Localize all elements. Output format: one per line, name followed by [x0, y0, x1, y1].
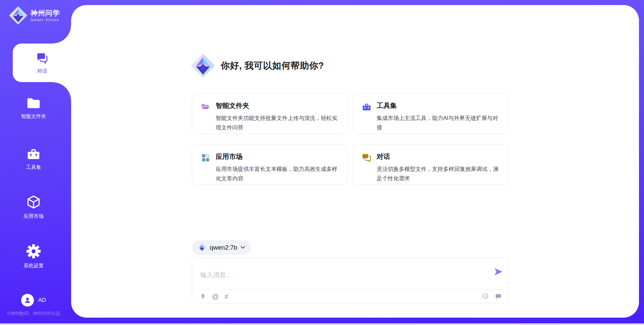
- attach-file-button[interactable]: [200, 293, 206, 300]
- chat-bubbles-icon: [362, 153, 371, 177]
- toolbox-icon: [362, 102, 371, 126]
- card-smart-folders[interactable]: 智能文件夹 智能文件夹功能支持批量文件上传与清洗，轻松实现文件问答: [192, 93, 347, 134]
- chat-bubble-filled-icon: [495, 293, 502, 300]
- cube-icon: [26, 195, 41, 209]
- model-name: qwen2:7b: [210, 244, 237, 251]
- user-profile[interactable]: AD: [0, 294, 67, 307]
- card-app-market[interactable]: 应用市场 应用市场提供丰富长文本模板，助力高效生成多样化文章内容: [192, 144, 347, 185]
- folder-open-icon: [201, 102, 210, 126]
- sidebar-item-label: 智能文件夹: [21, 113, 46, 120]
- brand-name: 神州问学: [31, 9, 60, 17]
- card-description: 智能文件夹功能支持批量文件上传与清洗，轻松实现文件问答: [216, 113, 338, 132]
- toolbox-icon: [26, 147, 41, 160]
- sidebar: 神州问学 Smart Vision 智能文件夹 工具集: [0, 0, 71, 325]
- composer-toolbar: @ #: [200, 290, 502, 303]
- card-description: 集成市场上主流工具，助力AI与外界无缝扩展与对接: [377, 113, 499, 132]
- sidebar-item-settings[interactable]: 系统设置: [0, 244, 67, 269]
- mention-button[interactable]: @: [212, 293, 219, 300]
- sidebar-item-app-market[interactable]: 应用市场: [0, 195, 67, 219]
- card-description: 应用市场提供丰富长文本模板，助力高效生成多样化文章内容: [216, 164, 338, 183]
- window-bottom-edge: [0, 323, 644, 325]
- history-button[interactable]: [482, 293, 489, 300]
- apps-grid-icon: [201, 153, 210, 177]
- avatar: [21, 294, 34, 307]
- sidebar-item-label: 应用市场: [23, 213, 44, 219]
- greeting-gem-icon: [191, 53, 215, 78]
- hashtag-button[interactable]: #: [224, 293, 228, 300]
- card-description: 灵活切换多模型文件，支持多样回复效果调试，满足个性化需求: [377, 164, 499, 183]
- model-selector[interactable]: qwen2:7b: [192, 240, 251, 255]
- copyright-text: ©神州数码 · 神州问学出品: [0, 311, 67, 317]
- card-title: 应用市场: [216, 152, 338, 161]
- feature-cards: 智能文件夹 智能文件夹功能支持批量文件上传与清洗，轻松实现文件问答 工具集 集成…: [192, 93, 508, 185]
- card-title: 对话: [377, 152, 499, 161]
- greeting: 你好, 我可以如何帮助你?: [191, 53, 324, 78]
- message-input[interactable]: [192, 258, 508, 288]
- card-chat[interactable]: 对话 灵活切换多模型文件，支持多样回复效果调试，满足个性化需求: [353, 144, 508, 185]
- at-sign-icon: @: [212, 293, 219, 300]
- card-title: 智能文件夹: [216, 101, 338, 110]
- brand-subtitle: Smart Vision: [31, 18, 60, 22]
- sidebar-item-smart-folders[interactable]: 智能文件夹: [0, 97, 67, 120]
- sidebar-item-label: 系统设置: [23, 263, 44, 269]
- user-initials: AD: [38, 297, 46, 304]
- model-gem-icon: [198, 243, 206, 252]
- hash-icon: #: [224, 293, 228, 300]
- card-title: 工具集: [377, 101, 499, 110]
- folder-icon: [26, 97, 41, 110]
- send-button[interactable]: [493, 267, 503, 277]
- brand-logo-gem-icon: [9, 6, 28, 25]
- brand: 神州问学 Smart Vision: [9, 6, 60, 25]
- main-panel: 你好, 我可以如何帮助你? 智能文件夹 智能文件夹功能支持批量文件上传与清洗，轻…: [71, 5, 639, 318]
- message-composer: @ #: [192, 257, 508, 303]
- history-clock-icon: [482, 293, 489, 300]
- greeting-text: 你好, 我可以如何帮助你?: [221, 60, 324, 72]
- sidebar-item-label: 工具集: [26, 164, 41, 171]
- new-chat-button[interactable]: [495, 293, 502, 300]
- chevron-down-icon: [240, 246, 245, 249]
- paperclip-icon: [200, 293, 206, 300]
- sidebar-item-toolset[interactable]: 工具集: [0, 147, 67, 171]
- card-toolset[interactable]: 工具集 集成市场上主流工具，助力AI与外界无缝扩展与对接: [353, 93, 508, 134]
- gear-icon: [26, 244, 41, 259]
